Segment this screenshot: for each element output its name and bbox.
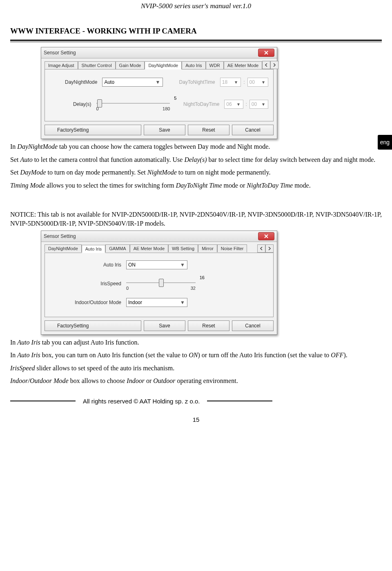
delay-slider[interactable]: 5 0 180 (96, 97, 170, 111)
divider (10, 40, 382, 42)
language-tag: eng (378, 135, 392, 150)
delay-max: 180 (163, 106, 170, 111)
tab-image-adjust[interactable]: Image Adjust (45, 61, 78, 69)
time-colon: : (246, 101, 247, 107)
irisspeed-min: 0 (126, 286, 129, 291)
indoor-outdoor-select[interactable]: Indoor ▼ (126, 298, 187, 307)
tab-daynightmode[interactable]: DayNightMode (45, 244, 82, 252)
select-value: Auto (104, 79, 114, 85)
cancel-button[interactable]: Cancel (232, 125, 274, 135)
paragraph: Timing Mode allows you to select the tim… (10, 181, 382, 190)
time-colon: : (243, 79, 245, 85)
tab-gain-mode[interactable]: Gain Mode (116, 61, 145, 69)
paragraph: In Auto Iris box, you can turn on Auto I… (10, 351, 382, 360)
chevron-down-icon: ▼ (180, 262, 185, 268)
chevron-down-icon: ▾ (233, 79, 239, 85)
footer: All rights reserved © AAT Holding sp. z … (10, 398, 382, 405)
close-button[interactable] (258, 232, 274, 240)
dialog-title: Sensor Setting (44, 50, 76, 56)
irisspeed-value: 16 (200, 275, 205, 280)
close-icon (264, 234, 269, 238)
tabs-scroll-left[interactable] (257, 244, 265, 253)
delay-label: Delay(s) (50, 101, 96, 107)
cancel-button[interactable]: Cancel (232, 320, 274, 331)
select-value: 00 (249, 79, 255, 85)
tab-auto-iris[interactable]: Auto Iris (82, 245, 105, 253)
autoiris-label: Auto Iris (50, 262, 126, 268)
close-button[interactable] (258, 49, 274, 57)
daynightmode-select[interactable]: Auto ▼ (102, 78, 163, 87)
chevron-right-icon (268, 247, 271, 250)
autoiris-select[interactable]: ON ▼ (126, 260, 187, 269)
chevron-left-icon (260, 247, 263, 250)
select-value: 18 (222, 79, 227, 85)
tab-ae-meter-mode[interactable]: AE Meter Mode (130, 244, 168, 252)
select-value: Indoor (128, 300, 142, 305)
chevron-down-icon: ▾ (236, 101, 241, 107)
chevron-left-icon (265, 63, 268, 67)
tab-noise-filter[interactable]: Noise Filter (217, 244, 247, 252)
tab-mirror[interactable]: Mirror (198, 244, 217, 252)
close-icon (264, 51, 269, 55)
select-value: 06 (226, 101, 232, 107)
paragraph: In DayNightMode tab you can choose how t… (10, 142, 382, 151)
select-value: ON (128, 262, 136, 268)
page-number: 15 (10, 416, 382, 423)
paragraph: Indoor/Outdoor Mode box allows to choose… (10, 376, 382, 385)
tab-auto-iris[interactable]: Auto Iris (182, 61, 205, 69)
delay-value: 5 (174, 96, 176, 101)
tab-gamma[interactable]: GAMMA (105, 244, 130, 252)
paragraph: IrisSpeed slider allows to set speed of … (10, 364, 382, 373)
sensor-setting-dialog-1: Sensor Setting Image Adjust Shutter Cont… (41, 47, 277, 139)
irisspeed-max: 32 (191, 286, 196, 291)
dialog-title: Sensor Setting (44, 233, 76, 239)
tab-wdr[interactable]: WDR (206, 61, 224, 69)
factory-setting-button[interactable]: FactorySetting (45, 320, 141, 331)
indoor-outdoor-label: Indoor/Outdoor Mode (50, 300, 126, 305)
tab-bar: Image Adjust Shutter Control Gain Mode D… (41, 58, 277, 69)
paragraph: In Auto Iris tab you can adjust Auto Iri… (10, 338, 382, 347)
section-title: WWW INTERFACE - WORKING WITH IP CAMERA (10, 27, 382, 36)
tabs-scroll-left[interactable] (262, 61, 270, 69)
notice-paragraph: NOTICE: This tab is not available for NV… (10, 210, 382, 228)
chevron-right-icon (273, 63, 276, 67)
tabs-scroll-right[interactable] (270, 61, 278, 69)
nighttodaytime-label: NightToDayTime (183, 101, 224, 107)
reset-button[interactable]: Reset (188, 320, 229, 331)
chevron-down-icon: ▼ (155, 79, 161, 85)
slider-thumb[interactable] (97, 99, 102, 107)
paragraph: Set DayMode to turn on day mode permanen… (10, 168, 382, 177)
save-button[interactable]: Save (144, 125, 185, 135)
factory-setting-button[interactable]: FactorySetting (45, 125, 141, 135)
chevron-down-icon: ▾ (261, 101, 266, 107)
slider-thumb[interactable] (159, 279, 164, 287)
select-value: 00 (252, 101, 257, 107)
nighttoday-mm-select[interactable]: 00▾ (249, 100, 268, 109)
tab-shutter-control[interactable]: Shutter Control (78, 61, 116, 69)
save-button[interactable]: Save (144, 320, 185, 331)
irisspeed-label: IrisSpeed (50, 281, 126, 287)
paragraph: Set Auto to let the camera control that … (10, 155, 382, 164)
chevron-down-icon: ▼ (180, 300, 185, 305)
daytonighttime-label: DayToNightTime (175, 79, 220, 85)
tab-wb-setting[interactable]: WB Setting (168, 244, 198, 252)
chevron-down-icon: ▾ (261, 79, 266, 85)
footer-text: All rights reserved © AAT Holding sp. z … (83, 398, 200, 405)
tab-bar: DayNightMode Auto Iris GAMMA AE Meter Mo… (41, 242, 277, 253)
tab-daynightmode[interactable]: DayNightMode (145, 61, 182, 69)
daytonight-mm-select[interactable]: 00▾ (247, 78, 268, 87)
tab-ae-meter-mode[interactable]: AE Meter Mode (224, 61, 262, 69)
daytonight-hh-select[interactable]: 18▾ (220, 78, 241, 87)
tabs-scroll-right[interactable] (265, 244, 274, 253)
nighttoday-hh-select[interactable]: 06▾ (224, 100, 243, 109)
daynightmode-label: DayNightMode (50, 79, 102, 85)
irisspeed-slider[interactable]: 16 0 32 (126, 277, 196, 291)
reset-button[interactable]: Reset (188, 125, 229, 135)
sensor-setting-dialog-2: Sensor Setting DayNightMode Auto Iris GA… (41, 231, 277, 335)
doc-header: NVIP-5000 series user's manual ver.1.0 (10, 2, 382, 10)
